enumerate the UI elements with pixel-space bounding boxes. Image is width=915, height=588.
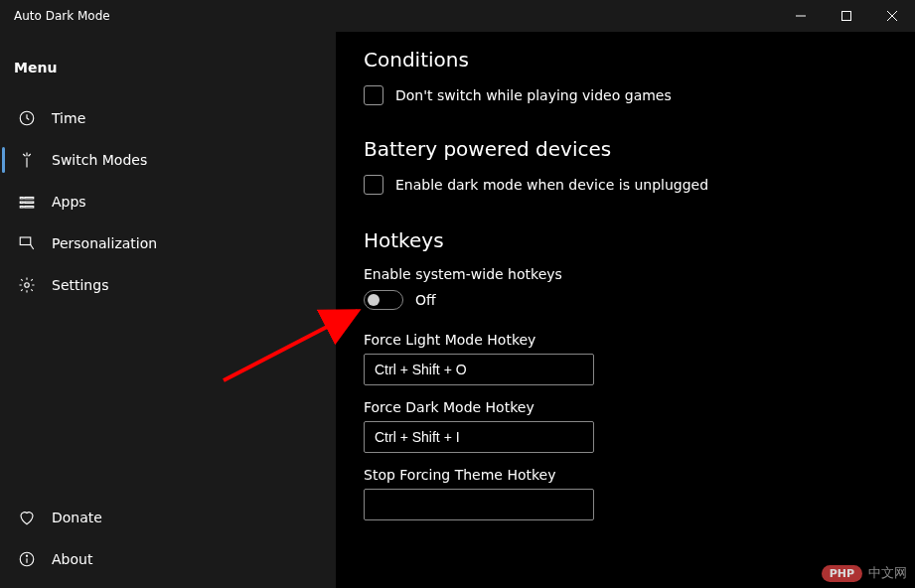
sidebar: Menu Time Switch Modes Apps [0,32,336,588]
app-title: Auto Dark Mode [14,9,110,23]
section-battery-title: Battery powered devices [364,137,887,161]
svg-rect-1 [842,12,851,21]
menu-heading: Menu [0,60,336,97]
heart-icon [18,509,36,526]
svg-rect-5 [20,198,23,200]
enable-hotkeys-label: Enable system-wide hotkeys [364,266,887,282]
maximize-button[interactable] [824,0,869,32]
sidebar-item-label: Switch Modes [52,152,147,168]
content-pane: Conditions Don't switch while playing vi… [336,32,915,588]
title-bar: Auto Dark Mode [0,0,336,32]
window-controls [778,0,915,32]
minimize-button[interactable] [778,0,824,32]
sidebar-item-switch-modes[interactable]: Switch Modes [0,139,336,181]
sidebar-item-label: Settings [52,277,108,293]
svg-rect-6 [25,198,34,200]
gear-icon [18,276,36,294]
hotkey-stop-caption: Stop Forcing Theme Hotkey [364,467,887,483]
svg-rect-9 [20,207,23,209]
svg-rect-7 [20,202,23,204]
checkbox-label: Enable dark mode when device is unplugge… [395,177,708,193]
svg-point-15 [26,555,27,556]
hotkey-dark-input[interactable] [364,421,594,453]
section-hotkeys-title: Hotkeys [364,228,887,252]
close-button[interactable] [869,0,915,32]
hotkey-dark-caption: Force Dark Mode Hotkey [364,399,887,415]
switch-icon [18,151,36,169]
clock-icon [18,109,36,127]
hotkey-light-caption: Force Light Mode Hotkey [364,332,887,348]
checkbox-no-switch-gaming[interactable] [364,85,383,105]
sidebar-item-donate[interactable]: Donate [0,497,336,538]
sidebar-item-settings[interactable]: Settings [0,264,336,306]
brush-icon [18,234,36,252]
sidebar-item-time[interactable]: Time [0,97,336,139]
svg-point-12 [25,283,30,288]
hotkey-light-input[interactable] [364,354,594,385]
sidebar-item-about[interactable]: About [0,538,336,580]
sidebar-item-label: Donate [52,510,102,525]
info-icon [18,550,36,568]
svg-rect-11 [20,237,31,245]
sidebar-item-label: Personalization [52,235,157,251]
svg-rect-8 [25,202,34,204]
sidebar-item-apps[interactable]: Apps [0,181,336,222]
apps-icon [18,193,36,211]
sidebar-item-personalization[interactable]: Personalization [0,222,336,264]
svg-rect-10 [25,207,34,209]
section-conditions-title: Conditions [364,50,887,72]
hotkey-stop-input[interactable] [364,489,594,520]
sidebar-item-label: Time [52,110,85,126]
sidebar-item-label: About [52,551,92,567]
toggle-state-label: Off [415,292,436,308]
checkbox-label: Don't switch while playing video games [395,87,672,103]
toggle-enable-hotkeys[interactable] [364,290,403,310]
sidebar-item-label: Apps [52,194,86,210]
checkbox-dark-unplugged[interactable] [364,175,383,195]
